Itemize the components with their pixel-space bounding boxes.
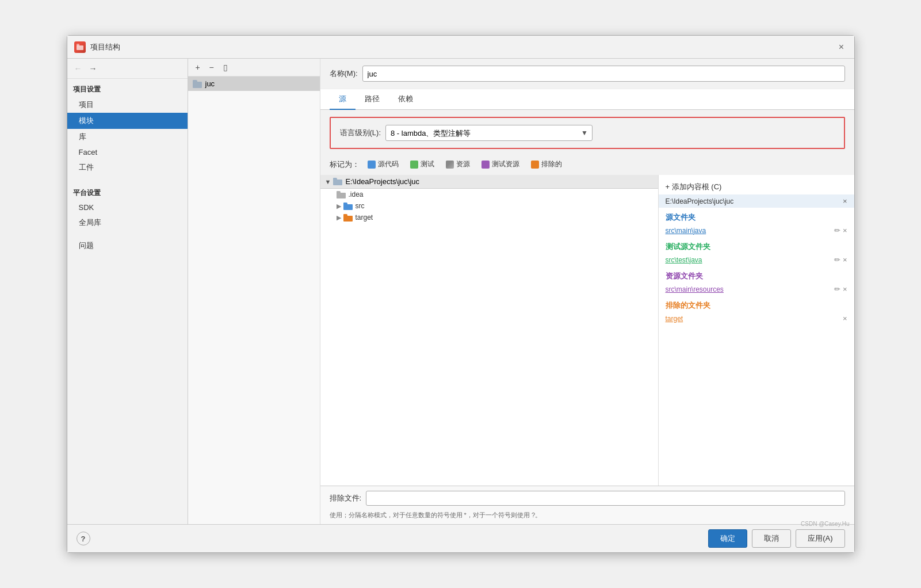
title-left: 项目结构: [74, 41, 120, 53]
tab-dependency[interactable]: 依赖: [389, 89, 422, 110]
excluded-folder-entry: target ×: [666, 313, 847, 324]
add-module-button[interactable]: +: [192, 61, 204, 74]
mark-resource-button[interactable]: 资源: [442, 158, 473, 170]
src-folder-icon: [343, 203, 353, 210]
mark-source-button[interactable]: 源代码: [364, 158, 402, 170]
idea-folder-icon: [337, 191, 346, 198]
sidebar-item-sdk[interactable]: SDK: [67, 200, 188, 215]
mark-test-label: 测试: [421, 159, 434, 169]
sidebar-item-problems[interactable]: 问题: [67, 238, 188, 254]
close-button[interactable]: ×: [836, 41, 847, 53]
test-source-folder-path[interactable]: src\test\java: [666, 256, 702, 264]
cancel-button[interactable]: 取消: [752, 529, 791, 548]
mark-testresource-button[interactable]: 测试资源: [478, 158, 523, 170]
resource-remove-button[interactable]: ×: [843, 285, 847, 293]
name-label: 名称(M):: [330, 68, 358, 79]
lang-select-wrapper: 8 - lambda、类型注解等 7 - 菱形、ARM、多捕获等 6 - @Ov…: [385, 125, 593, 141]
test-icon: [410, 161, 418, 169]
tree-item-target[interactable]: ▶ target: [320, 212, 658, 223]
dialog-body: ← → 项目设置 项目 模块 库 Facet 工件 平台设置 SDK 全局库 问…: [67, 59, 854, 524]
tree-root-header[interactable]: ▼ E:\IdeaProjects\juc\juc: [320, 175, 658, 189]
section-platform-settings-title: 平台设置: [67, 182, 188, 200]
excluded-remove-button[interactable]: ×: [843, 314, 847, 323]
sidebar-item-library[interactable]: 库: [67, 129, 188, 145]
test-source-folder-actions: ✏ ×: [834, 255, 847, 264]
mark-testresource-label: 测试资源: [492, 159, 519, 169]
footer-right: 确定 取消 应用(A): [708, 529, 844, 548]
exclude-input[interactable]: [366, 491, 844, 506]
section-project-settings-title: 项目设置: [67, 79, 188, 97]
name-input[interactable]: [362, 66, 845, 82]
tab-path[interactable]: 路径: [356, 89, 389, 110]
apply-button[interactable]: 应用(A): [796, 529, 844, 548]
project-structure-dialog: 项目结构 × ← → 项目设置 项目 模块 库 Facet 工件 平台设置 SD…: [67, 35, 855, 553]
resource-folder-title: 资源文件夹: [666, 271, 847, 281]
src-chevron-icon: ▶: [337, 203, 341, 210]
resource-folder-path[interactable]: src\main\resources: [666, 285, 724, 293]
root-chevron-icon: ▼: [325, 178, 331, 185]
dialog-title: 项目结构: [90, 42, 120, 52]
dialog-footer: ? 确定 取消 应用(A): [67, 524, 854, 552]
sidebar-item-facet[interactable]: Facet: [67, 145, 188, 159]
excluded-folder-path[interactable]: target: [666, 315, 683, 323]
svg-rect-0: [77, 45, 83, 50]
copy-module-button[interactable]: ▯: [219, 61, 232, 74]
sidebar-item-project[interactable]: 项目: [67, 97, 188, 113]
sidebar-item-global-library[interactable]: 全局库: [67, 215, 188, 231]
test-source-folder-category: 测试源文件夹 src\test\java ✏ ×: [659, 237, 854, 266]
lang-select[interactable]: 8 - lambda、类型注解等 7 - 菱形、ARM、多捕获等 6 - @Ov…: [385, 125, 593, 141]
content-root-close-button[interactable]: ×: [843, 197, 847, 205]
mark-label: 标记为：: [330, 159, 360, 170]
resource-folder-entry: src\main\resources ✏ ×: [666, 284, 847, 295]
content-area: ▼ E:\IdeaProjects\juc\juc .idea: [320, 175, 854, 486]
app-icon: [74, 41, 86, 53]
sidebar-item-tools[interactable]: 工件: [67, 159, 188, 175]
title-bar: 项目结构 ×: [67, 36, 854, 59]
help-button[interactable]: ?: [77, 532, 90, 545]
content-root-path: E:\IdeaProjects\juc\juc: [666, 197, 734, 205]
sidebar-nav: ← →: [67, 59, 188, 79]
module-item-label: juc: [205, 79, 215, 88]
source-edit-button[interactable]: ✏: [834, 226, 840, 235]
tree-item-idea[interactable]: .idea: [320, 189, 658, 200]
resource-folder-category: 资源文件夹 src\main\resources ✏ ×: [659, 266, 854, 296]
tree-item-src[interactable]: ▶ src: [320, 200, 658, 212]
source-remove-button[interactable]: ×: [843, 226, 847, 235]
watermark: CSDN @Casey.Hu: [801, 521, 849, 527]
sidebar-item-modules[interactable]: 模块: [67, 113, 188, 129]
test-source-folder-entry: src\test\java ✏ ×: [666, 254, 847, 265]
bottom-area: 排除文件: 使用；分隔名称模式，对于任意数量的符号使用 *，对于一个符号则使用 …: [320, 486, 854, 525]
tabs-bar: 源 路径 依赖: [320, 89, 854, 110]
test-source-edit-button[interactable]: ✏: [834, 255, 840, 264]
source-folder-actions: ✏ ×: [834, 226, 847, 235]
back-button[interactable]: ←: [72, 62, 85, 75]
resource-edit-button[interactable]: ✏: [834, 285, 840, 293]
root-folder-icon: [333, 178, 342, 185]
forward-button[interactable]: →: [87, 62, 100, 75]
mark-excluded-button[interactable]: 排除的: [528, 158, 565, 170]
tree-item-target-label: target: [356, 213, 373, 222]
exclude-label: 排除文件:: [330, 493, 362, 503]
excluded-folder-title: 排除的文件夹: [666, 300, 847, 311]
name-row: 名称(M):: [320, 59, 854, 89]
target-chevron-icon: ▶: [337, 214, 341, 222]
tab-source[interactable]: 源: [330, 89, 356, 110]
excluded-folder-actions: ×: [843, 314, 847, 323]
resource-icon: [446, 161, 454, 169]
tab-content: 语言级别(L): 8 - lambda、类型注解等 7 - 菱形、ARM、多捕获…: [320, 110, 854, 524]
tree-item-src-label: src: [356, 202, 365, 210]
source-folder-entry: src\main\java ✏ ×: [666, 225, 847, 236]
tree-area: ▼ E:\IdeaProjects\juc\juc .idea: [320, 175, 659, 486]
add-content-root-button[interactable]: + 添加内容根 (C): [659, 180, 854, 194]
module-item-juc[interactable]: juc: [188, 77, 320, 91]
test-source-remove-button[interactable]: ×: [843, 255, 847, 264]
mark-test-button[interactable]: 测试: [407, 158, 438, 170]
tree-root-path: E:\IdeaProjects\juc\juc: [345, 177, 419, 186]
detail-panel: 名称(M): 源 路径 依赖 语言级别(L): 8: [320, 59, 854, 524]
source-folder-path[interactable]: src\main\java: [666, 227, 706, 235]
confirm-button[interactable]: 确定: [708, 529, 747, 548]
module-folder-icon: [193, 80, 202, 88]
remove-module-button[interactable]: −: [205, 61, 218, 74]
testresource-icon: [481, 161, 490, 169]
mark-row: 标记为： 源代码 测试 资源: [320, 156, 854, 175]
